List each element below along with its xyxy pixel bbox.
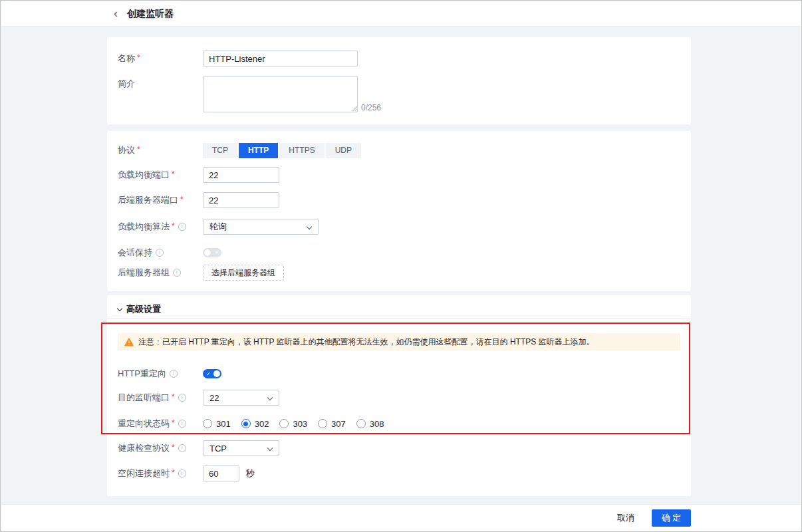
radio-label: 302 [255,419,269,429]
lb-algorithm-label-text: 负载均衡算法 [118,221,170,233]
radio-icon [241,419,251,428]
dest-port-select[interactable]: 22 [203,390,279,406]
back-icon[interactable]: ‹ [114,7,118,19]
description-label: 简介 [118,78,203,90]
page-footer: 取消 确定 [1,504,801,531]
info-icon[interactable]: i [178,420,186,428]
radio-label: 307 [331,419,346,429]
session-persistence-label-text: 会话保持 [118,247,152,259]
health-protocol-row: 健康检查协议 * i TCP [118,440,680,456]
lb-port-row: 负载均衡端口 * [118,167,680,183]
radio-option-307[interactable]: 307 [318,419,351,429]
radio-option-301[interactable]: 301 [203,419,236,429]
description-textarea[interactable] [203,76,358,112]
info-icon[interactable]: i [170,370,178,378]
section-divider [107,318,691,319]
dest-port-label: 目的监听端口 * i [118,392,203,404]
required-marker: * [172,392,175,402]
dest-port-value: 22 [209,393,219,403]
info-icon[interactable]: i [178,394,186,402]
lb-algorithm-label: 负载均衡算法 * i [118,221,203,233]
page-header: ‹ 创建监听器 [1,1,801,27]
backend-group-row: 后端服务器组 i 选择后端服务器组 [118,265,680,281]
radio-icon [318,419,327,428]
info-icon[interactable]: i [178,223,186,231]
backend-port-label: 后端服务器端口 * [118,194,203,206]
required-marker: * [137,53,140,63]
description-row: 简介 0/256 [118,76,680,114]
toggle-knob [213,370,220,377]
health-protocol-label: 健康检查协议 * i [118,442,203,454]
protocol-settings-card: 协议 * TCP HTTP HTTPS UDP 负载均衡端口 * 后端服务器端口… [107,131,691,291]
resize-handle-icon[interactable] [352,106,357,111]
basic-info-card: 名称 * 简介 0/256 [107,37,691,124]
lb-algorithm-row: 负载均衡算法 * i 轮询 [118,219,680,235]
lb-algorithm-value: 轮询 [209,221,227,233]
chevron-down-icon [307,224,312,229]
dest-port-label-text: 目的监听端口 [118,392,170,404]
backend-port-input[interactable] [203,192,279,208]
health-protocol-label-text: 健康检查协议 [118,442,170,454]
radio-label: 308 [370,419,384,429]
lb-algorithm-select[interactable]: 轮询 [203,219,319,235]
radio-label: 301 [216,419,231,429]
http-redirect-toggle[interactable]: ✓ [203,369,221,378]
confirm-button[interactable]: 确定 [652,509,691,527]
http-redirect-label: HTTP重定向 i [118,368,203,380]
backend-port-label-text: 后端服务器端口 [118,194,178,206]
char-counter: 0/256 [361,104,381,112]
session-persistence-toggle[interactable]: ✕ [203,248,221,257]
session-persistence-label: 会话保持 i [118,247,203,259]
radio-label: 303 [293,419,307,429]
warning-text: 注意：已开启 HTTP 重定向，该 HTTP 监听器上的其他配置将无法生效，如仍… [138,336,595,348]
tab-https[interactable]: HTTPS [279,143,324,158]
name-input[interactable] [203,51,358,66]
toggle-on-icon: ✓ [206,371,211,377]
health-protocol-value: TCP [209,444,227,454]
protocol-label: 协议 * [118,144,203,156]
toggle-knob [204,249,211,256]
info-icon[interactable]: i [178,444,186,452]
idle-timeout-unit: 秒 [246,467,255,479]
required-marker: * [137,145,140,154]
radio-option-308[interactable]: 308 [356,419,390,429]
required-marker: * [172,221,175,231]
protocol-label-text: 协议 [118,144,135,156]
required-marker: * [172,170,175,179]
backend-group-label: 后端服务器组 i [118,267,203,279]
tab-udp[interactable]: UDP [326,143,361,158]
advanced-settings-card: 高级设置 注意：已开启 HTTP 重定向，该 HTTP 监听器上的其他配置将无法… [107,295,691,496]
tab-tcp[interactable]: TCP [203,143,237,158]
chevron-down-icon [267,395,273,400]
dest-port-row: 目的监听端口 * i 22 [118,390,680,406]
warning-icon [124,338,134,346]
redirect-code-label: 重定向状态码 * i [118,418,203,430]
info-icon[interactable]: i [173,269,181,277]
required-marker: * [172,443,175,452]
chevron-down-icon [117,305,122,311]
http-redirect-label-text: HTTP重定向 [118,368,166,380]
name-label-text: 名称 [118,53,135,65]
radio-option-303[interactable]: 303 [279,419,313,429]
chevron-down-icon [267,446,273,451]
tab-http[interactable]: HTTP [239,143,278,158]
cancel-button[interactable]: 取消 [617,512,634,524]
redirect-code-row: 重定向状态码 * i 301 302 303 [118,416,680,432]
http-redirect-warning-banner: 注意：已开启 HTTP 重定向，该 HTTP 监听器上的其他配置将无法生效，如仍… [118,333,680,350]
protocol-row: 协议 * TCP HTTP HTTPS UDP [118,142,680,158]
info-icon[interactable]: i [178,469,186,477]
description-wrap: 0/256 [203,76,381,112]
required-marker: * [172,418,175,428]
lb-port-input[interactable] [203,167,279,183]
protocol-tabs: TCP HTTP HTTPS UDP [203,143,361,158]
info-icon[interactable]: i [156,249,164,257]
name-row: 名称 * [118,51,680,66]
advanced-settings-header[interactable]: 高级设置 [118,303,161,316]
idle-timeout-input[interactable] [203,466,239,481]
idle-timeout-row: 空闲连接超时 * i 秒 [118,466,680,481]
session-persistence-row: 会话保持 i ✕ [118,245,680,261]
backend-port-row: 后端服务器端口 * [118,192,680,208]
select-backend-group-button[interactable]: 选择后端服务器组 [203,265,284,281]
health-protocol-select[interactable]: TCP [203,440,279,456]
radio-option-302[interactable]: 302 [241,419,275,429]
